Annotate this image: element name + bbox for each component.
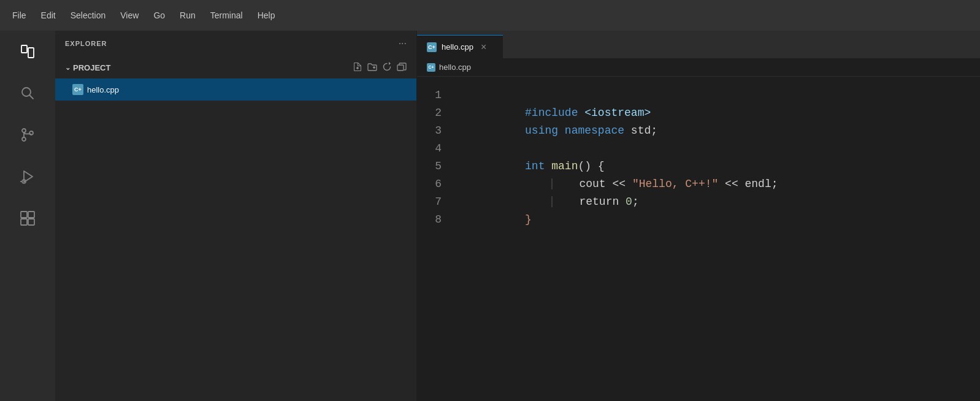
- project-title: PROJECT: [73, 63, 110, 72]
- activity-extensions[interactable]: [13, 204, 42, 233]
- code-line-1: #include <iostream>: [454, 86, 980, 104]
- code-token: ;: [632, 196, 639, 208]
- svg-rect-13: [21, 219, 27, 225]
- code-token: << endl;: [718, 178, 778, 190]
- project-section: ⌄ PROJECT: [55, 56, 416, 78]
- breadcrumb-filename: hello.cpp: [439, 63, 471, 72]
- project-actions: [353, 62, 407, 74]
- refresh-icon[interactable]: [382, 62, 392, 74]
- code-token: cout <<: [553, 178, 632, 190]
- line-number-8: 8: [427, 211, 442, 229]
- code-token: std;: [631, 124, 657, 137]
- svg-rect-1: [28, 48, 34, 58]
- code-token: #include: [525, 107, 584, 119]
- breadcrumb-file-icon: C+: [427, 63, 435, 72]
- code-line-4: int main() {: [454, 140, 980, 158]
- code-token: main: [551, 160, 578, 172]
- explorer-title: EXPLORER: [65, 40, 107, 47]
- tab-filename: hello.cpp: [442, 42, 473, 52]
- line-number-2: 2: [427, 104, 442, 122]
- code-token: () {: [578, 160, 604, 172]
- line-numbers: 1 2 3 4 5 6 7 8: [417, 77, 454, 401]
- svg-rect-19: [397, 65, 404, 71]
- activity-run-debug[interactable]: [13, 162, 42, 191]
- code-editor[interactable]: 1 2 3 4 5 6 7 8 #include <iostream> usin…: [417, 77, 980, 401]
- line-number-1: 1: [427, 86, 442, 104]
- code-token: 0: [626, 196, 632, 208]
- breadcrumb: C+ hello.cpp: [417, 58, 980, 77]
- tab-bar: C+ hello.cpp ×: [417, 31, 980, 58]
- menubar: File Edit Selection View Go Run Terminal…: [0, 0, 980, 31]
- activity-explorer[interactable]: [13, 37, 42, 66]
- menu-terminal[interactable]: Terminal: [204, 8, 249, 23]
- code-token: }: [525, 213, 532, 226]
- file-item-hello-cpp[interactable]: C+ hello.cpp: [55, 78, 416, 101]
- sidebar-header-actions: ···: [399, 38, 407, 49]
- line-number-7: 7: [427, 193, 442, 211]
- code-token: <iostream>: [584, 107, 651, 119]
- code-line-8: [454, 211, 980, 229]
- line-number-3: 3: [427, 122, 442, 140]
- project-title-row[interactable]: ⌄ PROJECT: [65, 63, 110, 72]
- file-item-name: hello.cpp: [87, 85, 119, 94]
- svg-rect-11: [21, 212, 27, 218]
- code-token: int: [525, 160, 551, 172]
- collapse-all-icon[interactable]: [397, 62, 407, 74]
- tab-file-icon: C+: [427, 42, 437, 52]
- code-token: "Hello, C++!": [632, 178, 718, 190]
- new-folder-icon[interactable]: [367, 62, 377, 74]
- sidebar: EXPLORER ··· ⌄ PROJECT: [55, 31, 417, 401]
- code-token: [525, 178, 551, 190]
- line-number-6: 6: [427, 175, 442, 193]
- menu-file[interactable]: File: [6, 8, 33, 23]
- menu-run[interactable]: Run: [174, 8, 202, 23]
- tab-close-button[interactable]: ×: [481, 42, 486, 52]
- svg-line-3: [30, 96, 34, 99]
- menu-edit[interactable]: Edit: [35, 8, 62, 23]
- line-number-5: 5: [427, 158, 442, 175]
- cpp-file-icon: C+: [72, 84, 83, 95]
- code-token: using namespace: [525, 124, 631, 137]
- menu-help[interactable]: Help: [251, 8, 281, 23]
- svg-rect-14: [28, 219, 34, 225]
- sidebar-header: EXPLORER ···: [55, 31, 416, 56]
- svg-point-5: [22, 137, 26, 141]
- menu-go[interactable]: Go: [147, 8, 171, 23]
- main-layout: EXPLORER ··· ⌄ PROJECT: [0, 31, 980, 401]
- project-chevron: ⌄: [65, 64, 71, 72]
- sidebar-more-button[interactable]: ···: [399, 38, 407, 49]
- activity-source-control[interactable]: [13, 120, 42, 150]
- activity-search[interactable]: [13, 78, 42, 108]
- line-number-4: 4: [427, 140, 442, 158]
- menu-selection[interactable]: Selection: [64, 8, 112, 23]
- svg-rect-12: [28, 212, 34, 218]
- menu-view[interactable]: View: [114, 8, 145, 23]
- editor-tab-hello-cpp[interactable]: C+ hello.cpp ×: [417, 35, 503, 58]
- svg-point-4: [22, 129, 26, 132]
- code-token: return: [553, 196, 626, 208]
- activity-bar: [0, 31, 55, 401]
- editor-area: C+ hello.cpp × C+ hello.cpp 1 2 3 4 5 6 …: [417, 31, 980, 401]
- svg-rect-0: [21, 45, 27, 53]
- code-content[interactable]: #include <iostream> using namespace std;…: [454, 77, 980, 401]
- new-file-icon[interactable]: [353, 62, 362, 74]
- code-token: [525, 196, 551, 208]
